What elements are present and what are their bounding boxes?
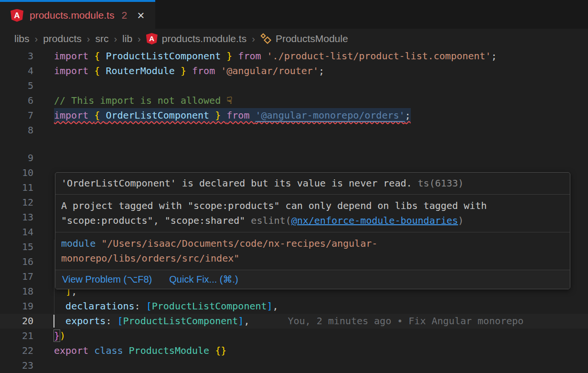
hover-eslint-message: A project tagged with "scope:products" c… xyxy=(55,195,570,232)
breadcrumb-item[interactable]: src xyxy=(95,33,108,44)
code-token: [ xyxy=(117,315,123,327)
breadcrumb-item[interactable]: products xyxy=(43,33,82,44)
breadcrumb-item[interactable]: libs xyxy=(14,33,30,44)
code-token: from xyxy=(226,110,255,121)
code-line-content xyxy=(54,123,588,138)
eslint-source-open: eslint( xyxy=(251,215,291,226)
code-line-content: declarations: [ProductListComponent], xyxy=(54,299,588,314)
line-number: 15 xyxy=(0,240,54,254)
angular-file-icon: A xyxy=(11,9,23,22)
code-token: ☟ xyxy=(226,95,232,106)
code-token: import xyxy=(54,110,94,121)
line-number: 11 xyxy=(0,180,54,195)
breadcrumb-file-label: products.module.ts xyxy=(162,33,246,44)
code-token: import xyxy=(54,65,94,77)
code-token: ) xyxy=(60,330,65,341)
code-line-content: import { ProductListComponent } from './… xyxy=(54,49,588,64)
code-token: { xyxy=(94,50,106,62)
code-line-content xyxy=(54,358,588,373)
code-line-23[interactable]: 23 xyxy=(0,358,588,373)
hover-module-message: module "/Users/isaac/Documents/code/nx-r… xyxy=(55,232,570,270)
code-token: './product-list/product-list.component' xyxy=(267,50,492,62)
code-line-content: // This import is not allowed ☟ xyxy=(54,93,588,108)
indent-guide xyxy=(54,269,54,284)
ts-error-source: ts(6133) xyxy=(412,177,464,189)
breadcrumb-item[interactable]: lib xyxy=(122,33,132,44)
line-number: 14 xyxy=(0,225,54,240)
code-token: {} xyxy=(215,345,226,356)
line-number: 8 xyxy=(0,123,54,138)
line-number: 18 xyxy=(0,284,54,299)
code-line-6[interactable]: 6// This import is not allowed ☟ xyxy=(0,93,588,108)
line-number: 17 xyxy=(0,269,54,284)
tab-bar: A products.module.ts 2 × xyxy=(0,0,588,29)
code-token: } xyxy=(209,110,226,121)
code-token: , xyxy=(273,300,278,312)
tab-problems-badge: 2 xyxy=(121,10,127,21)
module-path-line1: "/Users/isaac/Documents/code/nx-recipes/… xyxy=(96,238,377,249)
code-line-22[interactable]: 22export class ProductsModule {} xyxy=(0,343,588,358)
code-line-content: }) xyxy=(54,329,588,343)
line-number: 22 xyxy=(0,343,54,358)
chevron-right-icon: › xyxy=(138,33,141,44)
code-token: : xyxy=(135,300,146,312)
code-token xyxy=(54,315,65,327)
code-line-content: import { RouterModule } from '@angular/r… xyxy=(54,64,588,78)
code-token: { xyxy=(94,65,106,77)
line-number: 7 xyxy=(0,108,54,123)
code-token xyxy=(54,300,65,312)
class-symbol-icon xyxy=(260,33,272,44)
hover-actions: View Problem (⌥F8) Quick Fix... (⌘.) xyxy=(55,270,570,289)
code-line-3[interactable]: 3import { ProductListComponent } from '.… xyxy=(0,49,588,64)
quick-fix-link[interactable]: Quick Fix... (⌘.) xyxy=(169,272,238,287)
code-line-9[interactable]: 9 xyxy=(0,151,588,165)
error-hover-popup: 'OrderListComponent' is declared but its… xyxy=(55,172,570,289)
indent-guide xyxy=(54,240,54,254)
breadcrumb: libs›products›src›lib› A products.module… xyxy=(0,29,588,49)
code-token: ; xyxy=(319,65,324,77)
ts-error-text: 'OrderListComponent' is declared but its… xyxy=(61,177,412,189)
eslint-error-line1: A project tagged with "scope:products" c… xyxy=(61,200,487,211)
angular-file-icon: A xyxy=(146,33,158,44)
breadcrumb-file[interactable]: A products.module.ts xyxy=(146,33,246,44)
code-line-20[interactable]: 20 exports: [ProductListComponent],You, … xyxy=(0,314,588,329)
tab-title: products.module.ts xyxy=(30,10,114,21)
code-line-7[interactable]: 7import { OrderListComponent } from '@an… xyxy=(0,108,588,123)
code-token: from xyxy=(192,65,221,77)
code-token: ProductListComponent xyxy=(106,50,221,62)
code-token: export xyxy=(54,345,94,356)
code-token: import xyxy=(54,50,94,62)
code-line-8[interactable]: 8 xyxy=(0,123,588,138)
code-token: ProductListComponent xyxy=(123,315,238,327)
line-number: 3 xyxy=(0,49,54,64)
line-number: 21 xyxy=(0,329,54,343)
code-line-19[interactable]: 19 declarations: [ProductListComponent], xyxy=(0,299,588,314)
tab-products-module[interactable]: A products.module.ts 2 × xyxy=(0,0,155,29)
code-editor[interactable]: 3import { ProductListComponent } from '.… xyxy=(0,49,588,373)
view-problem-link[interactable]: View Problem (⌥F8) xyxy=(62,272,152,287)
code-line-content: export class ProductsModule {} xyxy=(54,343,588,358)
code-token: '@angular/router' xyxy=(221,65,319,77)
hover-row-gap xyxy=(0,138,588,151)
line-number: 13 xyxy=(0,210,54,225)
code-line-5[interactable]: 5 xyxy=(0,78,588,93)
code-line-content xyxy=(54,78,588,93)
code-token: ] xyxy=(267,300,273,312)
close-icon[interactable]: × xyxy=(137,9,144,22)
code-token: } xyxy=(175,65,192,77)
code-token: class xyxy=(94,345,128,356)
code-line-21[interactable]: 21}) xyxy=(0,329,588,343)
code-token: } xyxy=(54,330,60,341)
git-blame-annotation: You, 2 minutes ago • Fix Angular monorep… xyxy=(288,315,524,327)
code-token: } xyxy=(221,50,238,62)
code-token: from xyxy=(238,50,267,62)
line-number: 9 xyxy=(0,151,54,165)
module-path-line2: monorepo/libs/orders/src/index" xyxy=(61,252,239,264)
code-token: ; xyxy=(491,50,497,62)
code-token: '@angular-monorepo/orders' xyxy=(255,110,405,121)
code-line-4[interactable]: 4import { RouterModule } from '@angular/… xyxy=(0,64,588,78)
code-token: ] xyxy=(238,315,244,327)
breadcrumb-symbol[interactable]: ProductsModule xyxy=(260,33,348,44)
eslint-rule-link[interactable]: @nx/enforce-module-boundaries xyxy=(291,215,458,226)
line-number: 12 xyxy=(0,195,54,210)
